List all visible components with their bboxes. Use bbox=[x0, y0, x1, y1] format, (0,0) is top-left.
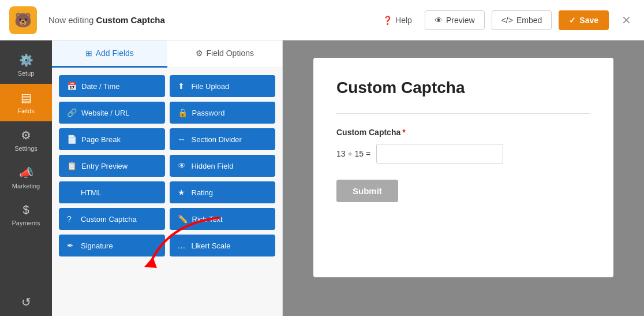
field-btn-file-upload[interactable]: ⬆File Upload bbox=[170, 75, 276, 97]
field-btn-icon-entry-preview: 📋 bbox=[67, 161, 77, 170]
panel-tabs: ⊞ Add Fields ⚙ Field Options bbox=[52, 40, 282, 68]
top-bar: 🐻 Now editing Custom Captcha ❓ Help 👁 Pr… bbox=[0, 0, 644, 40]
fields-panel: ⊞ Add Fields ⚙ Field Options 📅Date / Tim… bbox=[52, 40, 283, 316]
preview-button[interactable]: 👁 Preview bbox=[425, 10, 485, 30]
field-btn-icon-rating: ★ bbox=[178, 188, 187, 197]
submit-button[interactable]: Submit bbox=[336, 180, 398, 202]
sidebar-item-marketing[interactable]: 📣 Marketing bbox=[0, 159, 52, 196]
field-btn-date-time[interactable]: 📅Date / Time bbox=[59, 75, 165, 97]
field-btn-icon-hidden-field: 👁 bbox=[178, 161, 187, 170]
field-btn-icon-file-upload: ⬆ bbox=[178, 81, 187, 91]
form-divider bbox=[336, 113, 590, 114]
sidebar-item-revisions[interactable]: ↺ bbox=[17, 288, 36, 316]
marketing-icon: 📣 bbox=[19, 166, 33, 180]
field-btn-icon-section-divider: ↔ bbox=[178, 135, 187, 144]
logo-icon: 🐻 bbox=[9, 6, 37, 34]
field-btn-signature[interactable]: ✒Signature bbox=[59, 235, 165, 256]
sidebar-item-setup[interactable]: ⚙️ Setup bbox=[0, 46, 52, 84]
form-field-label: Custom Captcha* bbox=[336, 128, 590, 137]
embed-icon: </> bbox=[501, 16, 513, 25]
field-btn-icon-custom-captcha: ? bbox=[67, 214, 76, 224]
tab-add-fields[interactable]: ⊞ Add Fields bbox=[52, 40, 167, 68]
fields-icon: ▤ bbox=[21, 91, 32, 105]
sidebar-item-settings[interactable]: ⚙ Settings bbox=[0, 121, 52, 159]
form-title: Custom Captcha bbox=[336, 79, 590, 97]
field-btn-icon-page-break: 📄 bbox=[67, 135, 77, 144]
revisions-icon: ↺ bbox=[21, 295, 31, 309]
checkmark-icon: ✓ bbox=[569, 16, 576, 25]
logo-area: 🐻 bbox=[9, 6, 37, 34]
field-btn-icon-date-time: 📅 bbox=[67, 81, 77, 91]
field-btn-rich-text[interactable]: ✏️Rich Text bbox=[170, 208, 276, 230]
field-btn-page-break[interactable]: 📄Page Break bbox=[59, 128, 165, 150]
editing-label: Now editing Custom Captcha bbox=[48, 15, 165, 25]
sidebar: ⚙️ Setup ▤ Fields ⚙ Settings 📣 Marketing… bbox=[0, 40, 52, 316]
close-button[interactable]: ✕ bbox=[618, 10, 635, 31]
fields-grid: 📅Date / Time⬆File Upload🔗Website / URL🔒P… bbox=[52, 68, 282, 263]
field-btn-icon-rich-text: ✏️ bbox=[178, 214, 188, 224]
field-btn-custom-captcha[interactable]: ?Custom Captcha bbox=[59, 208, 165, 230]
add-fields-tab-icon: ⊞ bbox=[85, 49, 92, 58]
sidebar-item-payments[interactable]: $ Payments bbox=[0, 196, 52, 233]
field-btn-rating[interactable]: ★Rating bbox=[170, 181, 276, 203]
field-btn-likert-scale[interactable]: …Likert Scale bbox=[170, 235, 276, 256]
field-btn-website-url[interactable]: 🔗Website / URL bbox=[59, 102, 165, 124]
field-btn-section-divider[interactable]: ↔Section Divider bbox=[170, 128, 276, 150]
captcha-input[interactable] bbox=[376, 144, 503, 163]
captcha-equation: 13 + 15 = bbox=[336, 149, 370, 158]
field-btn-html[interactable]: HTML bbox=[59, 181, 165, 203]
help-icon: ❓ bbox=[383, 16, 392, 25]
preview-area: Custom Captcha Custom Captcha* 13 + 15 =… bbox=[283, 40, 644, 316]
field-btn-icon-signature: ✒ bbox=[67, 241, 76, 250]
field-btn-icon-password: 🔒 bbox=[178, 108, 188, 117]
field-options-tab-icon: ⚙ bbox=[196, 49, 203, 58]
field-btn-entry-preview[interactable]: 📋Entry Preview bbox=[59, 155, 165, 177]
tab-field-options[interactable]: ⚙ Field Options bbox=[167, 40, 283, 68]
field-btn-password[interactable]: 🔒Password bbox=[170, 102, 276, 124]
sidebar-item-fields[interactable]: ▤ Fields bbox=[0, 84, 52, 121]
form-card: Custom Captcha Custom Captcha* 13 + 15 =… bbox=[313, 58, 613, 277]
save-button[interactable]: ✓ Save bbox=[559, 10, 609, 30]
captcha-row: 13 + 15 = bbox=[336, 144, 590, 163]
settings-icon: ⚙ bbox=[21, 128, 31, 142]
preview-icon: 👁 bbox=[435, 16, 443, 25]
field-btn-hidden-field[interactable]: 👁Hidden Field bbox=[170, 155, 276, 177]
setup-icon: ⚙️ bbox=[19, 53, 33, 67]
field-btn-icon-website-url: 🔗 bbox=[67, 108, 77, 117]
help-button[interactable]: ❓ Help bbox=[377, 12, 418, 28]
embed-button[interactable]: </> Embed bbox=[492, 10, 552, 30]
main-layout: ⚙️ Setup ▤ Fields ⚙ Settings 📣 Marketing… bbox=[0, 40, 644, 316]
payments-icon: $ bbox=[23, 203, 29, 217]
required-indicator: * bbox=[402, 128, 405, 137]
field-btn-icon-likert-scale: … bbox=[178, 241, 187, 250]
